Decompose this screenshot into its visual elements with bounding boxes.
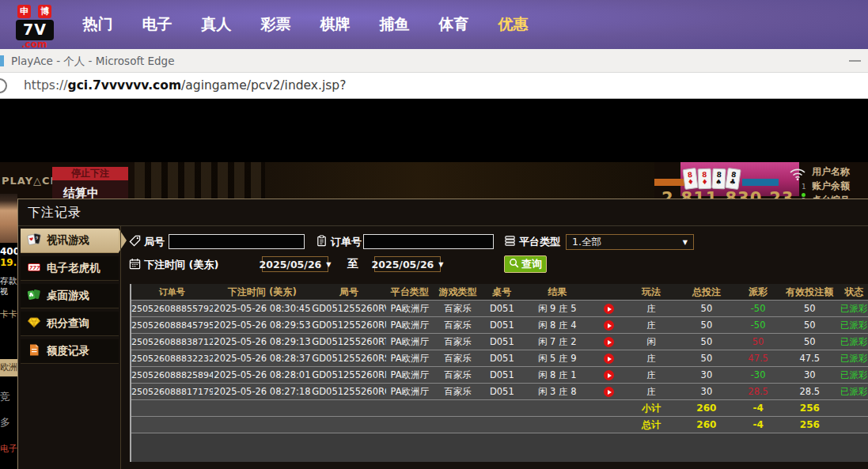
- cell-payout: -30: [736, 369, 780, 380]
- replay-button[interactable]: [604, 304, 614, 314]
- round-number-input[interactable]: [169, 234, 305, 249]
- cell-payout: 50: [736, 336, 780, 347]
- playace-logo: PLAY△CE: [2, 175, 58, 187]
- cell-play: [592, 369, 625, 380]
- cell-total_bet: 260: [677, 419, 737, 430]
- cell-play: [592, 386, 625, 397]
- cell-payout: -4: [736, 419, 780, 430]
- sidebar-item-1[interactable]: 9视讯游戏: [21, 229, 119, 253]
- total-row: 总计260-4256: [131, 417, 868, 433]
- nav-item-3[interactable]: 真人: [187, 14, 246, 35]
- sidebar-item-label: 桌面游戏: [47, 289, 89, 303]
- fragment-hall-2: 欧洲: [0, 359, 17, 376]
- logo-badge-bo: 博: [38, 5, 51, 18]
- calendar-icon: [129, 258, 141, 272]
- cell-valid_bet: 256: [780, 403, 840, 414]
- sidebar-item-label: 视讯游戏: [47, 233, 89, 248]
- order-number-input[interactable]: [363, 234, 494, 249]
- nav-item-6[interactable]: 捕鱼: [365, 14, 424, 35]
- playing-card: 8♣: [725, 168, 741, 190]
- playing-card: 8♦: [698, 168, 712, 190]
- cell-order: 250526088845795: [131, 320, 213, 331]
- cell-game: 百家乐: [434, 386, 482, 398]
- cell-round: GD051255260RT: [312, 336, 385, 347]
- to-label: 至: [347, 257, 358, 271]
- table-row: 2505260888322322025-05-26 08:28:37GD0512…: [131, 350, 868, 367]
- svg-text:777: 777: [28, 264, 40, 270]
- clipboard-icon: [316, 235, 328, 249]
- search-button[interactable]: 查询: [504, 255, 547, 273]
- column-header: 局号: [312, 286, 385, 299]
- cell-bet_type: 庄: [625, 386, 677, 398]
- sidebar-item-3[interactable]: 桌面游戏: [21, 284, 119, 308]
- nav-item-4[interactable]: 彩票: [246, 14, 305, 35]
- column-header: 平台类型: [386, 286, 434, 299]
- platform-type-select[interactable]: 1.全部 ▼: [566, 234, 694, 250]
- site-logo[interactable]: 申 博 7V .com: [16, 5, 63, 48]
- logo-tld: .com: [21, 40, 63, 48]
- cell-play: [592, 353, 625, 364]
- cell-total_bet: 50: [677, 303, 737, 314]
- stop-betting-banner: 停止下注: [52, 167, 128, 180]
- sidebar-item-2[interactable]: 777电子老虎机: [21, 256, 119, 281]
- orange-meter-bar: [654, 179, 688, 186]
- site-navbar: 申 博 7V .com 热门电子真人彩票棋牌捕鱼体育优惠: [0, 0, 868, 49]
- cell-valid_bet: 50: [780, 336, 840, 347]
- table-row: 2505260888387122025-05-26 08:29:13GD0512…: [131, 334, 868, 350]
- jackpot-cards: 8♦8♦8♠8♣: [684, 168, 740, 189]
- cell-time: 2025-05-26 08:30:45: [213, 303, 313, 314]
- round-number-label: 局号: [129, 235, 165, 249]
- cell-time: 2025-05-26 08:28:37: [213, 353, 313, 364]
- sidebar-item-4[interactable]: 积分查询: [21, 312, 119, 336]
- replay-button[interactable]: [604, 337, 614, 347]
- cell-status: 已派彩: [840, 320, 868, 331]
- nav-item-8[interactable]: 优惠: [483, 14, 543, 35]
- document-icon: [27, 343, 41, 360]
- cell-total_bet: 50: [677, 320, 737, 331]
- list-icon: [504, 235, 516, 249]
- sidebar-item-5[interactable]: 额度记录: [21, 339, 119, 364]
- window-titlebar: PlayAce - 个人 - Microsoft Edge: [0, 49, 868, 73]
- address-bar[interactable]: https://gci.7vvvvvv.com/agingame/pcv2/in…: [0, 73, 868, 99]
- nav-item-1[interactable]: 热门: [68, 14, 127, 35]
- column-header: 派彩: [736, 286, 780, 299]
- minimize-button[interactable]: [849, 60, 861, 62]
- nav-item-7[interactable]: 体育: [424, 14, 483, 35]
- fragment-deposit: 存款: [0, 275, 17, 287]
- date-to-select[interactable]: 2025/05/26▼: [374, 256, 441, 272]
- date-from-select[interactable]: 2025/05/26▼: [262, 256, 328, 272]
- cell-platform: PA欧洲厅: [386, 336, 434, 348]
- replay-button[interactable]: [604, 320, 614, 331]
- fragment-text-2: 多: [0, 415, 10, 429]
- info-username: 用户名称: [812, 165, 850, 179]
- replay-button[interactable]: [604, 354, 614, 364]
- cell-order: 250526088838712: [131, 337, 213, 347]
- url-text[interactable]: https://gci.7vvvvvv.com/agingame/pcv2/in…: [24, 73, 346, 98]
- column-header: 订单号: [131, 286, 213, 298]
- cell-round: GD051255260RR: [312, 369, 385, 380]
- nav-item-2[interactable]: 电子: [127, 14, 187, 35]
- screen: 申 博 7V .com 热门电子真人彩票棋牌捕鱼体育优惠 PlayAce - 个…: [0, 0, 868, 469]
- cell-payout: 28.5: [736, 386, 780, 397]
- sidebar-item-label: 积分查询: [47, 316, 89, 331]
- cell-time: 2025-05-26 08:28:01: [213, 369, 313, 380]
- cell-platform: PA欧洲厅: [386, 386, 434, 398]
- cell-table: D051: [482, 369, 522, 380]
- fragment-text-1: 竞: [0, 390, 10, 404]
- cell-order: 250526088825894: [131, 370, 213, 380]
- replay-button[interactable]: [604, 370, 614, 380]
- column-header: 总投注: [677, 286, 737, 299]
- replay-button[interactable]: [604, 387, 614, 397]
- tab-favicon: [0, 55, 4, 66]
- cell-valid_bet: 50: [780, 303, 840, 314]
- nav-item-5[interactable]: 棋牌: [305, 14, 365, 35]
- column-header: 状态: [840, 286, 868, 299]
- cell-valid_bet: 28.5: [780, 386, 840, 397]
- cell-table: D051: [482, 353, 522, 364]
- reload-icon[interactable]: [0, 78, 7, 93]
- column-header: 桌号: [482, 286, 522, 299]
- column-header: 玩法: [625, 286, 677, 299]
- cell-result: 闲 9 庄 5: [522, 303, 593, 315]
- cell-status: 已派彩: [840, 369, 868, 381]
- subtotal-row: 小计260-4256: [131, 400, 868, 417]
